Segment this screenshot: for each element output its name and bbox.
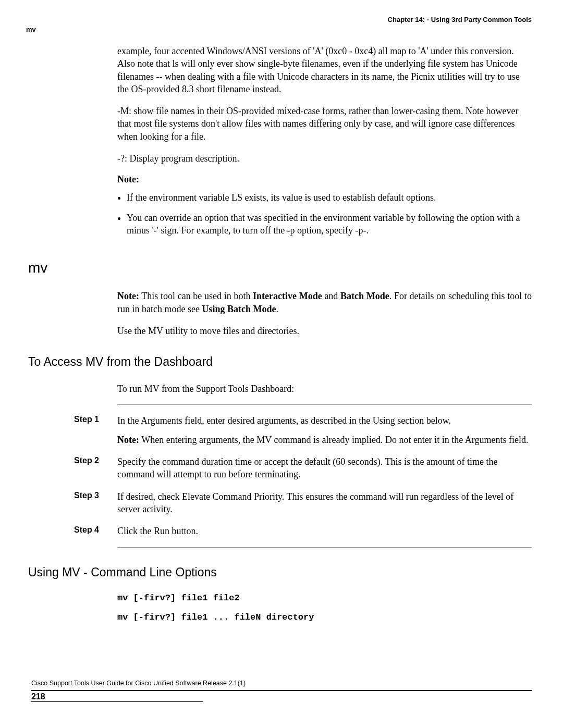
footer-doc-title: Cisco Support Tools User Guide for Cisco…: [31, 680, 532, 687]
step-label: Step 3: [74, 490, 117, 516]
step-body-text: In the Arguments field, enter desired ar…: [117, 415, 451, 426]
note-prefix: Note:: [117, 291, 139, 301]
access-intro: To run MV from the Support Tools Dashboa…: [117, 382, 532, 395]
page-footer: Cisco Support Tools User Guide for Cisco…: [31, 680, 532, 702]
step-row: Step 2 Specify the command duration time…: [74, 455, 532, 481]
step-subnote: Note: When entering arguments, the MV co…: [117, 434, 532, 446]
mv-note-bold: Batch Mode: [340, 291, 389, 301]
step-body: Click the Run button.: [117, 525, 532, 537]
divider: [117, 404, 532, 405]
step-subnote-prefix: Note:: [117, 435, 139, 445]
code-line: mv [-firv?] file1 file2: [117, 593, 532, 603]
steps-list: Step 1 In the Arguments field, enter des…: [74, 414, 532, 537]
step-label: Step 1: [74, 414, 117, 446]
intro-paragraph-2: -M: show file names in their OS-provided…: [117, 105, 532, 143]
mv-note-bold: Interactive Mode: [253, 291, 322, 301]
step-row: Step 1 In the Arguments field, enter des…: [74, 414, 532, 446]
step-body: If desired, check Elevate Command Priori…: [117, 490, 532, 516]
step-row: Step 4 Click the Run button.: [74, 525, 532, 537]
footer-rule: [31, 690, 532, 691]
section-heading-access: To Access MV from the Dashboard: [28, 355, 532, 369]
note-list-item: You can override an option that was spec…: [127, 212, 532, 237]
note-list: If the environment variable LS exists, i…: [117, 191, 532, 237]
code-line: mv [-firv?] file1 ... fileN directory: [117, 612, 532, 622]
chapter-header: Chapter 14: - Using 3rd Party Common Too…: [31, 16, 532, 23]
section-heading-cli: Using MV - Command Line Options: [28, 565, 532, 579]
step-body: Specify the command duration time or acc…: [117, 455, 532, 481]
footer-rule-thin: [31, 701, 203, 702]
mv-note-bold: Using Batch Mode: [202, 304, 276, 314]
step-label: Step 4: [74, 525, 117, 537]
step-label: Step 2: [74, 455, 117, 481]
step-subnote-text: When entering arguments, the MV command …: [139, 435, 529, 445]
running-header-topic: mv: [26, 26, 532, 33]
page-number: 218: [31, 692, 532, 701]
intro-paragraph-1: example, four accented Windows/ANSI vers…: [117, 45, 532, 95]
step-body: In the Arguments field, enter desired ar…: [117, 414, 532, 446]
divider: [117, 547, 532, 548]
note-list-item: If the environment variable LS exists, i…: [127, 191, 532, 204]
mv-note-text: This tool can be used in both: [139, 291, 253, 301]
mv-description: Use the MV utility to move files and dir…: [117, 325, 532, 337]
step-row: Step 3 If desired, check Elevate Command…: [74, 490, 532, 516]
mv-note-paragraph: Note: This tool can be used in both Inte…: [117, 290, 532, 315]
intro-paragraph-3: -?: Display program description.: [117, 152, 532, 165]
section-heading-mv: mv: [28, 260, 532, 276]
mv-note-text: and: [322, 291, 340, 301]
note-heading: Note:: [117, 174, 532, 185]
mv-note-text: .: [276, 304, 278, 314]
